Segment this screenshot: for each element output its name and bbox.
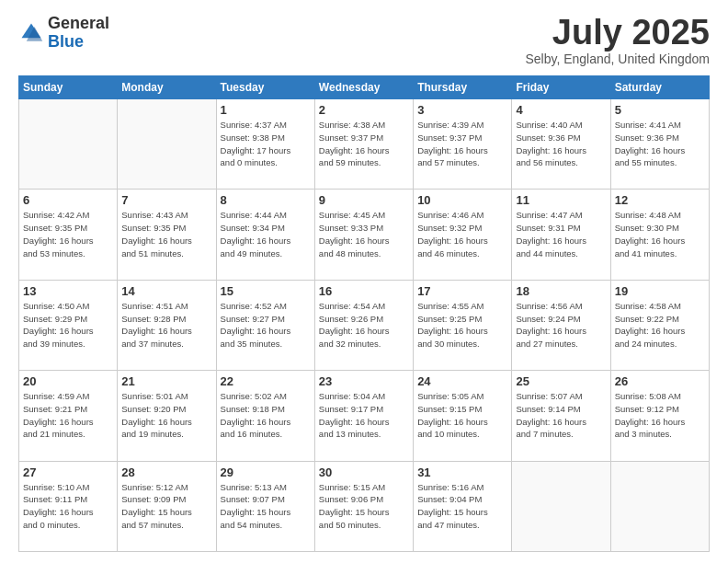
day-cell: 11Sunrise: 4:47 AM Sunset: 9:31 PM Dayli… [512,190,610,280]
day-cell: 10Sunrise: 4:46 AM Sunset: 9:32 PM Dayli… [414,190,512,280]
day-cell: 19Sunrise: 4:58 AM Sunset: 9:22 PM Dayli… [610,280,709,370]
day-number: 3 [417,103,507,117]
day-cell: 29Sunrise: 5:13 AM Sunset: 9:07 PM Dayli… [216,461,314,551]
weekday-header-row: SundayMondayTuesdayWednesdayThursdayFrid… [19,76,710,99]
day-info: Sunrise: 5:05 AM Sunset: 9:15 PM Dayligh… [417,390,507,441]
day-cell: 12Sunrise: 4:48 AM Sunset: 9:30 PM Dayli… [610,190,709,280]
day-info: Sunrise: 4:52 AM Sunset: 9:27 PM Dayligh… [221,300,311,350]
day-number: 12 [615,193,705,207]
day-info: Sunrise: 4:55 AM Sunset: 9:25 PM Dayligh… [417,300,507,350]
day-info: Sunrise: 4:51 AM Sunset: 9:28 PM Dayligh… [121,300,211,350]
day-cell: 27Sunrise: 5:10 AM Sunset: 9:11 PM Dayli… [19,461,118,551]
day-number: 28 [121,465,211,479]
day-cell: 5Sunrise: 4:41 AM Sunset: 9:36 PM Daylig… [610,99,709,190]
day-number: 24 [417,374,507,388]
weekday-header-sunday: Sunday [19,76,118,99]
day-info: Sunrise: 4:50 AM Sunset: 9:29 PM Dayligh… [23,300,113,350]
day-number: 4 [516,103,606,117]
day-number: 19 [615,284,705,298]
day-number: 29 [221,465,311,479]
location: Selby, England, United Kingdom [525,52,710,66]
day-info: Sunrise: 5:10 AM Sunset: 9:11 PM Dayligh… [23,481,113,532]
day-number: 17 [417,284,507,298]
day-number: 30 [319,465,409,479]
month-title: July 2025 [525,15,710,50]
day-number: 27 [23,465,113,479]
week-row-5: 27Sunrise: 5:10 AM Sunset: 9:11 PM Dayli… [19,461,710,551]
day-number: 11 [516,193,606,207]
day-number: 31 [417,465,507,479]
logo-blue: Blue [48,32,84,51]
day-cell: 9Sunrise: 4:45 AM Sunset: 9:33 PM Daylig… [314,190,413,280]
day-info: Sunrise: 4:59 AM Sunset: 9:21 PM Dayligh… [23,390,113,441]
header: General Blue July 2025 Selby, England, U… [18,15,710,66]
day-number: 26 [615,374,705,388]
week-row-4: 20Sunrise: 4:59 AM Sunset: 9:21 PM Dayli… [19,371,710,461]
day-cell: 24Sunrise: 5:05 AM Sunset: 9:15 PM Dayli… [414,371,512,461]
day-cell: 23Sunrise: 5:04 AM Sunset: 9:17 PM Dayli… [314,371,413,461]
logo-text: General Blue [48,15,109,52]
day-number: 18 [516,284,606,298]
day-cell: 30Sunrise: 5:15 AM Sunset: 9:06 PM Dayli… [314,461,413,551]
day-info: Sunrise: 5:07 AM Sunset: 9:14 PM Dayligh… [516,390,606,441]
day-cell: 2Sunrise: 4:38 AM Sunset: 9:37 PM Daylig… [314,99,413,190]
day-number: 21 [121,374,211,388]
weekday-header-monday: Monday [118,76,216,99]
logo-icon [18,20,44,46]
day-cell: 1Sunrise: 4:37 AM Sunset: 9:38 PM Daylig… [216,99,314,190]
day-info: Sunrise: 4:56 AM Sunset: 9:24 PM Dayligh… [516,300,606,350]
day-cell: 15Sunrise: 4:52 AM Sunset: 9:27 PM Dayli… [216,280,314,370]
day-number: 1 [221,103,311,117]
day-cell: 26Sunrise: 5:08 AM Sunset: 9:12 PM Dayli… [610,371,709,461]
day-info: Sunrise: 5:12 AM Sunset: 9:09 PM Dayligh… [121,481,211,532]
day-number: 23 [319,374,409,388]
day-info: Sunrise: 4:45 AM Sunset: 9:33 PM Dayligh… [319,209,409,259]
day-info: Sunrise: 4:46 AM Sunset: 9:32 PM Dayligh… [417,209,507,259]
day-number: 16 [319,284,409,298]
day-cell: 3Sunrise: 4:39 AM Sunset: 9:37 PM Daylig… [414,99,512,190]
day-number: 8 [221,193,311,207]
day-cell: 22Sunrise: 5:02 AM Sunset: 9:18 PM Dayli… [216,371,314,461]
day-info: Sunrise: 4:43 AM Sunset: 9:35 PM Dayligh… [121,209,211,259]
day-number: 5 [615,103,705,117]
title-block: July 2025 Selby, England, United Kingdom [525,15,710,66]
calendar-table: SundayMondayTuesdayWednesdayThursdayFrid… [18,75,710,552]
logo: General Blue [18,15,109,52]
day-number: 9 [319,193,409,207]
day-info: Sunrise: 5:15 AM Sunset: 9:06 PM Dayligh… [319,481,409,532]
day-cell: 25Sunrise: 5:07 AM Sunset: 9:14 PM Dayli… [512,371,610,461]
day-info: Sunrise: 4:44 AM Sunset: 9:34 PM Dayligh… [221,209,311,259]
day-info: Sunrise: 4:38 AM Sunset: 9:37 PM Dayligh… [319,119,409,169]
day-cell [512,461,610,551]
day-number: 2 [319,103,409,117]
day-cell: 13Sunrise: 4:50 AM Sunset: 9:29 PM Dayli… [19,280,118,370]
week-row-2: 6Sunrise: 4:42 AM Sunset: 9:35 PM Daylig… [19,190,710,280]
day-info: Sunrise: 4:41 AM Sunset: 9:36 PM Dayligh… [615,119,705,169]
day-cell [118,99,216,190]
day-number: 25 [516,374,606,388]
day-number: 7 [121,193,211,207]
day-number: 15 [221,284,311,298]
day-number: 22 [221,374,311,388]
day-cell: 17Sunrise: 4:55 AM Sunset: 9:25 PM Dayli… [414,280,512,370]
weekday-header-saturday: Saturday [610,76,709,99]
day-info: Sunrise: 5:04 AM Sunset: 9:17 PM Dayligh… [319,390,409,441]
day-info: Sunrise: 5:01 AM Sunset: 9:20 PM Dayligh… [121,390,211,441]
day-cell: 16Sunrise: 4:54 AM Sunset: 9:26 PM Dayli… [314,280,413,370]
week-row-3: 13Sunrise: 4:50 AM Sunset: 9:29 PM Dayli… [19,280,710,370]
day-info: Sunrise: 4:37 AM Sunset: 9:38 PM Dayligh… [221,119,311,169]
day-info: Sunrise: 5:08 AM Sunset: 9:12 PM Dayligh… [615,390,705,441]
weekday-header-wednesday: Wednesday [314,76,413,99]
day-number: 14 [121,284,211,298]
day-info: Sunrise: 5:13 AM Sunset: 9:07 PM Dayligh… [221,481,311,532]
day-info: Sunrise: 4:39 AM Sunset: 9:37 PM Dayligh… [417,119,507,169]
day-cell: 7Sunrise: 4:43 AM Sunset: 9:35 PM Daylig… [118,190,216,280]
day-cell: 14Sunrise: 4:51 AM Sunset: 9:28 PM Dayli… [118,280,216,370]
day-info: Sunrise: 4:54 AM Sunset: 9:26 PM Dayligh… [319,300,409,350]
day-info: Sunrise: 5:02 AM Sunset: 9:18 PM Dayligh… [221,390,311,441]
day-cell: 6Sunrise: 4:42 AM Sunset: 9:35 PM Daylig… [19,190,118,280]
day-number: 13 [23,284,113,298]
day-number: 20 [23,374,113,388]
weekday-header-tuesday: Tuesday [216,76,314,99]
day-cell [610,461,709,551]
